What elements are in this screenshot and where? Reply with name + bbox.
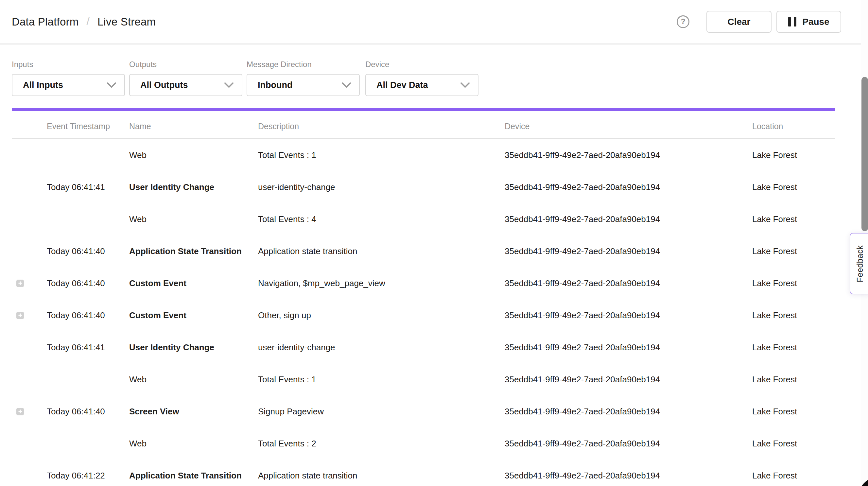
filter-inputs: Inputs All Inputs [12,60,125,96]
select-value: All Inputs [23,80,63,90]
live-stream-page: Data Platform / Live Stream ? Clear Paus… [0,0,868,486]
location-cell: Lake Forest [752,278,835,288]
select-value: Inbound [258,80,292,90]
table-row: Web Total Events : 2 35eddb41-9ff9-49e2-… [12,427,835,459]
event-timestamp-cell: Today 06:41:40 [47,246,129,256]
event-timestamp-cell: Today 06:41:41 [47,342,129,353]
event-description-cell: user-identity-change [258,182,505,192]
pause-button-label: Pause [802,17,829,27]
location-cell: Lake Forest [752,374,835,385]
event-name-cell: User Identity Change [129,342,258,353]
event-timestamp-cell: Today 06:41:41 [47,182,129,192]
help-icon[interactable]: ? [677,16,689,28]
event-name-cell: Custom Event [129,278,258,288]
device-cell: 35eddb41-9ff9-49e2-7aed-20afa90eb194 [505,470,752,481]
chevron-down-icon [460,82,470,88]
clear-button[interactable]: Clear [707,11,772,33]
expand-cell [12,312,47,319]
location-cell: Lake Forest [752,246,835,256]
chevron-down-icon [224,82,234,88]
location-cell: Lake Forest [752,310,835,321]
column-header-location: Location [752,122,835,131]
event-name-cell: Web [129,150,258,160]
filter-label: Message Direction [247,60,360,69]
chevron-down-icon [341,82,351,88]
select-value: All Outputs [140,80,188,90]
pause-button[interactable]: Pause [776,11,841,33]
location-cell: Lake Forest [752,150,835,160]
expand-row-plus-icon[interactable] [17,408,24,415]
column-header-name: Name [129,122,258,131]
table-row: Web Total Events : 4 35eddb41-9ff9-49e2-… [12,203,835,235]
event-description-cell: Navigation, $mp_web_page_view [258,278,505,288]
event-description-cell: user-identity-change [258,342,505,353]
expand-row-plus-icon[interactable] [17,312,24,319]
location-cell: Lake Forest [752,470,835,481]
inputs-select[interactable]: All Inputs [12,74,125,96]
breadcrumb-page: Live Stream [97,16,156,28]
table-row: Today 06:41:40 Custom Event Other, sign … [12,299,835,331]
breadcrumb-section[interactable]: Data Platform [12,16,79,28]
event-description-cell: Total Events : 1 [258,150,505,160]
location-cell: Lake Forest [752,182,835,192]
event-description-cell: Application state transition [258,246,505,256]
location-cell: Lake Forest [752,406,835,417]
event-name-cell: Application State Transition [129,246,258,256]
table-header: Event Timestamp Name Description Device … [12,111,835,139]
event-description-cell: Total Events : 2 [258,438,505,449]
filter-device: Device All Dev Data [365,60,478,96]
device-cell: 35eddb41-9ff9-49e2-7aed-20afa90eb194 [505,438,752,449]
device-cell: 35eddb41-9ff9-49e2-7aed-20afa90eb194 [505,246,752,256]
table-body: Web Total Events : 1 35eddb41-9ff9-49e2-… [12,139,835,486]
message-direction-select[interactable]: Inbound [247,74,360,96]
device-select[interactable]: All Dev Data [365,74,478,96]
event-timestamp-cell: Today 06:41:40 [47,278,129,288]
table-row: Today 06:41:22 Application State Transit… [12,459,835,486]
expand-cell [12,280,47,287]
event-name-cell: Web [129,438,258,449]
feedback-tab[interactable]: Feedback [850,233,868,294]
device-cell: 35eddb41-9ff9-49e2-7aed-20afa90eb194 [505,150,752,160]
device-cell: 35eddb41-9ff9-49e2-7aed-20afa90eb194 [505,342,752,353]
header-actions: ? Clear Pause [677,11,841,33]
events-table: Event Timestamp Name Description Device … [12,111,835,486]
table-row: Today 06:41:40 Screen View Signup Pagevi… [12,395,835,427]
event-name-cell: Web [129,214,258,224]
event-name-cell: Screen View [129,406,258,417]
location-cell: Lake Forest [752,438,835,449]
column-header-timestamp: Event Timestamp [47,122,129,131]
scrollbar-thumb[interactable] [862,77,868,231]
event-name-cell: User Identity Change [129,182,258,192]
table-row: Web Total Events : 1 35eddb41-9ff9-49e2-… [12,363,835,395]
device-cell: 35eddb41-9ff9-49e2-7aed-20afa90eb194 [505,310,752,321]
device-cell: 35eddb41-9ff9-49e2-7aed-20afa90eb194 [505,374,752,385]
expand-row-plus-icon[interactable] [17,280,24,287]
filters-bar: Inputs All Inputs Outputs All Outputs Me… [0,60,868,96]
filter-label: Outputs [129,60,242,69]
event-name-cell: Web [129,374,258,385]
event-description-cell: Total Events : 1 [258,374,505,385]
column-header-description: Description [258,122,505,131]
chevron-down-icon [106,82,117,88]
filter-label: Inputs [12,60,125,69]
event-name-cell: Application State Transition [129,470,258,481]
device-cell: 35eddb41-9ff9-49e2-7aed-20afa90eb194 [505,214,752,224]
table-row: Web Total Events : 1 35eddb41-9ff9-49e2-… [12,139,835,171]
device-cell: 35eddb41-9ff9-49e2-7aed-20afa90eb194 [505,406,752,417]
event-description-cell: Other, sign up [258,310,505,321]
outputs-select[interactable]: All Outputs [129,74,242,96]
pause-icon [788,17,796,27]
app-header: Data Platform / Live Stream ? Clear Paus… [0,0,868,44]
event-description-cell: Signup Pageview [258,406,505,417]
breadcrumb: Data Platform / Live Stream [12,16,156,28]
event-timestamp-cell: Today 06:41:40 [47,406,129,417]
device-cell: 35eddb41-9ff9-49e2-7aed-20afa90eb194 [505,278,752,288]
select-value: All Dev Data [376,80,428,90]
event-timestamp-cell: Today 06:41:40 [47,310,129,321]
event-description-cell: Application state transition [258,470,505,481]
breadcrumb-separator-icon: / [86,15,90,28]
device-cell: 35eddb41-9ff9-49e2-7aed-20afa90eb194 [505,182,752,192]
location-cell: Lake Forest [752,214,835,224]
filter-outputs: Outputs All Outputs [129,60,242,96]
table-row: Today 06:41:41 User Identity Change user… [12,171,835,203]
